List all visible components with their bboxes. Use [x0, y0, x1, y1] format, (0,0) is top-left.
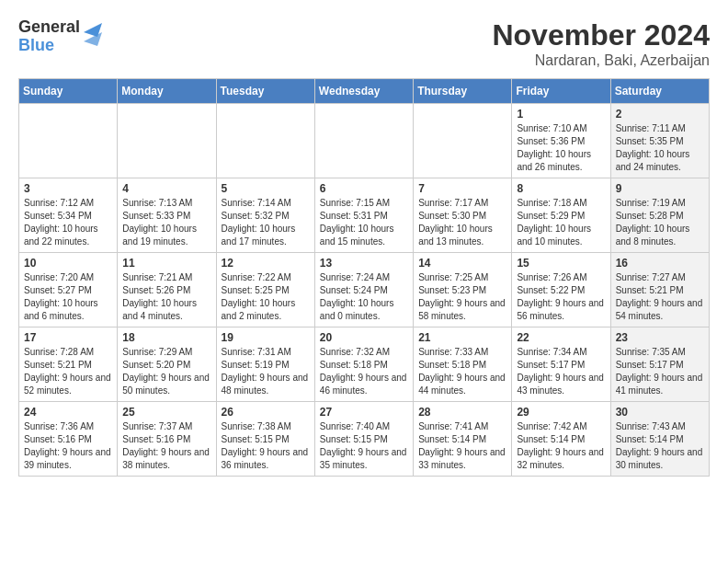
calendar-cell: 23 Sunrise: 7:35 AM Sunset: 5:17 PM Dayl… — [610, 327, 709, 402]
daylight-text: Daylight: 9 hours and 52 minutes. — [24, 373, 111, 396]
day-number: 23 — [616, 331, 704, 344]
sunset-text: Sunset: 5:21 PM — [24, 360, 92, 370]
calendar-cell: 22 Sunrise: 7:34 AM Sunset: 5:17 PM Dayl… — [512, 327, 610, 402]
daylight-text: Daylight: 10 hours and 10 minutes. — [517, 224, 591, 247]
sunrise-text: Sunrise: 7:43 AM — [616, 421, 686, 431]
day-number: 21 — [418, 331, 506, 344]
sunset-text: Sunset: 5:28 PM — [616, 211, 684, 221]
sunrise-text: Sunrise: 7:29 AM — [122, 347, 192, 357]
week-row-1: 1 Sunrise: 7:10 AM Sunset: 5:36 PM Dayli… — [19, 104, 710, 178]
sunset-text: Sunset: 5:15 PM — [222, 434, 290, 444]
day-number: 24 — [24, 406, 112, 419]
daylight-text: Daylight: 10 hours and 4 minutes. — [122, 298, 197, 321]
sunrise-text: Sunrise: 7:42 AM — [517, 421, 586, 431]
day-info: Sunrise: 7:28 AM Sunset: 5:21 PM Dayligh… — [24, 346, 112, 397]
day-number: 13 — [320, 257, 408, 270]
sunset-text: Sunset: 5:31 PM — [320, 211, 388, 221]
calendar-cell: 7 Sunrise: 7:17 AM Sunset: 5:30 PM Dayli… — [414, 178, 512, 253]
sunrise-text: Sunrise: 7:36 AM — [24, 421, 94, 431]
day-number: 7 — [418, 182, 506, 195]
sunrise-text: Sunrise: 7:27 AM — [616, 272, 686, 282]
daylight-text: Daylight: 9 hours and 41 minutes. — [616, 373, 703, 396]
daylight-text: Daylight: 9 hours and 35 minutes. — [320, 447, 407, 470]
day-number: 2 — [616, 108, 704, 121]
sunset-text: Sunset: 5:16 PM — [122, 434, 190, 444]
day-number: 29 — [517, 406, 605, 419]
day-info: Sunrise: 7:37 AM Sunset: 5:16 PM Dayligh… — [122, 420, 210, 472]
daylight-text: Daylight: 10 hours and 24 minutes. — [616, 149, 690, 172]
logo-blue: Blue — [18, 36, 54, 54]
day-number: 8 — [517, 182, 605, 195]
calendar-cell: 15 Sunrise: 7:26 AM Sunset: 5:22 PM Dayl… — [512, 253, 610, 327]
calendar-cell: 16 Sunrise: 7:27 AM Sunset: 5:21 PM Dayl… — [610, 253, 709, 327]
calendar-cell: 17 Sunrise: 7:28 AM Sunset: 5:21 PM Dayl… — [19, 327, 118, 402]
daylight-text: Daylight: 9 hours and 36 minutes. — [222, 447, 309, 470]
sunset-text: Sunset: 5:29 PM — [517, 211, 585, 221]
sunset-text: Sunset: 5:19 PM — [222, 360, 290, 370]
day-info: Sunrise: 7:18 AM Sunset: 5:29 PM Dayligh… — [517, 197, 605, 248]
daylight-text: Daylight: 9 hours and 54 minutes. — [616, 298, 703, 321]
sunset-text: Sunset: 5:36 PM — [517, 136, 585, 146]
calendar-cell — [216, 104, 314, 178]
day-info: Sunrise: 7:22 AM Sunset: 5:25 PM Dayligh… — [222, 271, 310, 323]
sunrise-text: Sunrise: 7:37 AM — [122, 421, 192, 431]
day-number: 12 — [222, 257, 310, 270]
daylight-text: Daylight: 9 hours and 39 minutes. — [24, 447, 111, 470]
day-info: Sunrise: 7:34 AM Sunset: 5:17 PM Dayligh… — [517, 346, 605, 397]
calendar-cell — [19, 104, 118, 178]
sunrise-text: Sunrise: 7:35 AM — [616, 347, 686, 357]
day-info: Sunrise: 7:17 AM Sunset: 5:30 PM Dayligh… — [418, 197, 506, 248]
daylight-text: Daylight: 9 hours and 30 minutes. — [616, 447, 703, 470]
sunset-text: Sunset: 5:35 PM — [616, 136, 684, 146]
header-sunday: Sunday — [19, 79, 118, 104]
day-info: Sunrise: 7:40 AM Sunset: 5:15 PM Dayligh… — [320, 420, 408, 472]
day-number: 3 — [24, 182, 112, 195]
daylight-text: Daylight: 9 hours and 44 minutes. — [418, 373, 506, 396]
day-number: 10 — [24, 257, 112, 270]
header-thursday: Thursday — [414, 79, 512, 104]
header-tuesday: Tuesday — [216, 79, 314, 104]
day-info: Sunrise: 7:42 AM Sunset: 5:14 PM Dayligh… — [517, 420, 605, 472]
calendar-cell: 4 Sunrise: 7:13 AM Sunset: 5:33 PM Dayli… — [118, 178, 216, 253]
day-number: 1 — [517, 108, 605, 121]
sunrise-text: Sunrise: 7:14 AM — [222, 198, 291, 208]
calendar-cell — [414, 104, 512, 178]
day-number: 27 — [320, 406, 408, 419]
calendar-table: Sunday Monday Tuesday Wednesday Thursday… — [18, 78, 710, 477]
day-number: 22 — [517, 331, 605, 344]
daylight-text: Daylight: 10 hours and 0 minutes. — [320, 298, 394, 321]
sunrise-text: Sunrise: 7:12 AM — [24, 198, 94, 208]
day-number: 17 — [24, 331, 112, 344]
sunrise-text: Sunrise: 7:31 AM — [222, 347, 291, 357]
day-info: Sunrise: 7:31 AM Sunset: 5:19 PM Dayligh… — [222, 346, 310, 397]
calendar-cell: 8 Sunrise: 7:18 AM Sunset: 5:29 PM Dayli… — [512, 178, 610, 253]
location-title: Nardaran, Baki, Azerbaijan — [492, 52, 710, 69]
daylight-text: Daylight: 9 hours and 50 minutes. — [122, 373, 210, 396]
sunrise-text: Sunrise: 7:38 AM — [222, 421, 291, 431]
sunset-text: Sunset: 5:17 PM — [616, 360, 684, 370]
sunset-text: Sunset: 5:23 PM — [418, 285, 486, 295]
daylight-text: Daylight: 10 hours and 8 minutes. — [616, 224, 690, 247]
header-monday: Monday — [118, 79, 216, 104]
day-info: Sunrise: 7:14 AM Sunset: 5:32 PM Dayligh… — [222, 197, 310, 248]
header-wednesday: Wednesday — [314, 79, 413, 104]
calendar-cell: 10 Sunrise: 7:20 AM Sunset: 5:27 PM Dayl… — [19, 253, 118, 327]
sunrise-text: Sunrise: 7:34 AM — [517, 347, 586, 357]
sunset-text: Sunset: 5:21 PM — [616, 285, 684, 295]
day-number: 30 — [616, 406, 704, 419]
sunset-text: Sunset: 5:32 PM — [222, 211, 290, 221]
month-title: November 2024 — [492, 18, 710, 52]
week-row-5: 24 Sunrise: 7:36 AM Sunset: 5:16 PM Dayl… — [19, 402, 710, 477]
calendar-header-row: Sunday Monday Tuesday Wednesday Thursday… — [19, 79, 710, 104]
sunrise-text: Sunrise: 7:21 AM — [122, 272, 192, 282]
calendar-cell: 21 Sunrise: 7:33 AM Sunset: 5:18 PM Dayl… — [414, 327, 512, 402]
day-number: 25 — [122, 406, 210, 419]
calendar-cell: 27 Sunrise: 7:40 AM Sunset: 5:15 PM Dayl… — [314, 402, 413, 477]
sunrise-text: Sunrise: 7:18 AM — [517, 198, 586, 208]
calendar-cell — [118, 104, 216, 178]
day-info: Sunrise: 7:29 AM Sunset: 5:20 PM Dayligh… — [122, 346, 210, 397]
daylight-text: Daylight: 10 hours and 22 minutes. — [24, 224, 98, 247]
day-number: 19 — [222, 331, 310, 344]
calendar-cell: 12 Sunrise: 7:22 AM Sunset: 5:25 PM Dayl… — [216, 253, 314, 327]
day-info: Sunrise: 7:38 AM Sunset: 5:15 PM Dayligh… — [222, 420, 310, 472]
